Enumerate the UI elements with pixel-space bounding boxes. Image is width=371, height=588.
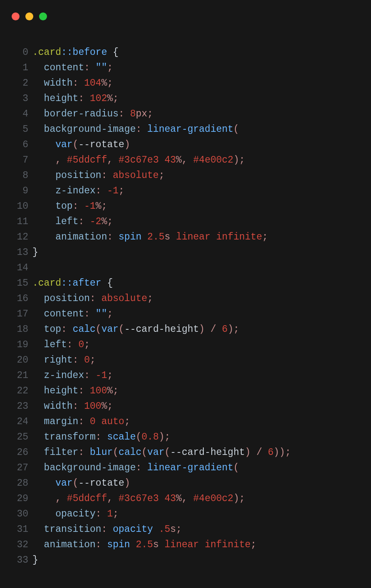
line-text: transition: opacity .5s;	[32, 522, 182, 537]
code-line: 28 var(--rotate)	[8, 476, 291, 491]
code-line: 29 , #5ddcff, #3c67e3 43%, #4e00c2);	[8, 491, 291, 506]
code-line: 23 width: 100%;	[8, 399, 291, 414]
editor-window: 0.card::before {1 content: "";2 width: 1…	[0, 0, 371, 588]
code-line: 22 height: 100%;	[8, 383, 291, 399]
code-line: 24 margin: 0 auto;	[8, 414, 291, 430]
line-number: 33	[8, 553, 32, 568]
line-text: , #5ddcff, #3c67e3 43%, #4e00c2);	[32, 153, 245, 168]
code-line: 14	[8, 260, 291, 276]
line-text: left: 0;	[32, 337, 90, 353]
code-line: 21 z-index: -1;	[8, 368, 291, 383]
line-number: 21	[8, 368, 32, 383]
line-text: background-image: linear-gradient(	[32, 122, 239, 137]
line-number: 28	[8, 476, 32, 491]
line-number: 17	[8, 306, 32, 322]
code-line: 16 position: absolute;	[8, 291, 291, 306]
line-text: content: "";	[32, 306, 113, 322]
code-line: 15.card::after {	[8, 276, 291, 291]
line-number: 23	[8, 399, 32, 414]
code-line: 8 position: absolute;	[8, 168, 291, 183]
code-line: 25 transform: scale(0.8);	[8, 430, 291, 445]
line-number: 13	[8, 245, 32, 260]
line-text: top: calc(var(--card-height) / 6);	[32, 322, 239, 337]
line-number: 15	[8, 276, 32, 291]
code-line: 2 width: 104%;	[8, 76, 291, 91]
code-line: 20 right: 0;	[8, 353, 291, 368]
code-line: 10 top: -1%;	[8, 199, 291, 214]
line-text: right: 0;	[32, 353, 96, 368]
line-number: 8	[8, 168, 32, 183]
line-text: transform: scale(0.8);	[32, 430, 170, 445]
line-number: 2	[8, 76, 32, 91]
line-text: z-index: -1;	[32, 368, 113, 383]
code-block: 0.card::before {1 content: "";2 width: 1…	[8, 45, 291, 568]
code-line: 9 z-index: -1;	[8, 183, 291, 199]
window-controls	[12, 12, 47, 20]
line-text: position: absolute;	[32, 291, 153, 306]
code-line: 1 content: "";	[8, 60, 291, 76]
line-text: animation: spin 2.5s linear infinite;	[32, 230, 268, 245]
code-line: 27 background-image: linear-gradient(	[8, 460, 291, 476]
line-number: 10	[8, 199, 32, 214]
line-text: }	[32, 245, 38, 260]
line-number: 25	[8, 430, 32, 445]
line-number: 26	[8, 445, 32, 460]
code-line: 6 var(--rotate)	[8, 137, 291, 153]
line-number: 9	[8, 183, 32, 199]
line-text: height: 102%;	[32, 91, 119, 106]
line-number: 19	[8, 337, 32, 353]
code-line: 32 animation: spin 2.5s linear infinite;	[8, 537, 291, 553]
line-text: , #5ddcff, #3c67e3 43%, #4e00c2);	[32, 491, 245, 506]
line-number: 20	[8, 353, 32, 368]
line-number: 14	[8, 260, 32, 276]
line-number: 27	[8, 460, 32, 476]
code-line: 5 background-image: linear-gradient(	[8, 122, 291, 137]
line-text: }	[32, 553, 38, 568]
code-line: 0.card::before {	[8, 45, 291, 60]
line-text: border-radius: 8px;	[32, 106, 153, 122]
code-line: 19 left: 0;	[8, 337, 291, 353]
close-icon[interactable]	[12, 12, 20, 20]
line-number: 29	[8, 491, 32, 506]
zoom-icon[interactable]	[39, 12, 47, 20]
line-number: 18	[8, 322, 32, 337]
line-text: background-image: linear-gradient(	[32, 460, 239, 476]
code-line: 7 , #5ddcff, #3c67e3 43%, #4e00c2);	[8, 153, 291, 168]
line-text: width: 100%;	[32, 399, 113, 414]
line-text: content: "";	[32, 60, 113, 76]
minimize-icon[interactable]	[25, 12, 33, 20]
line-text: z-index: -1;	[32, 183, 124, 199]
line-number: 6	[8, 137, 32, 153]
code-line: 18 top: calc(var(--card-height) / 6);	[8, 322, 291, 337]
line-number: 32	[8, 537, 32, 553]
line-text: width: 104%;	[32, 76, 113, 91]
line-text: opacity: 1;	[32, 506, 119, 522]
line-text: var(--rotate)	[32, 476, 130, 491]
line-number: 31	[8, 522, 32, 537]
line-text: filter: blur(calc(var(--card-height) / 6…	[32, 445, 291, 460]
line-number: 3	[8, 91, 32, 106]
line-number: 0	[8, 45, 32, 60]
line-text: height: 100%;	[32, 383, 119, 399]
line-text: position: absolute;	[32, 168, 164, 183]
line-text: top: -1%;	[32, 199, 107, 214]
line-text: left: -2%;	[32, 214, 113, 230]
line-number: 24	[8, 414, 32, 430]
line-text: .card::after {	[32, 276, 113, 291]
code-line: 17 content: "";	[8, 306, 291, 322]
line-text: var(--rotate)	[32, 137, 130, 153]
line-number: 5	[8, 122, 32, 137]
line-number: 22	[8, 383, 32, 399]
line-number: 1	[8, 60, 32, 76]
line-number: 16	[8, 291, 32, 306]
code-line: 33}	[8, 553, 291, 568]
line-text: margin: 0 auto;	[32, 414, 130, 430]
code-line: 26 filter: blur(calc(var(--card-height) …	[8, 445, 291, 460]
line-number: 4	[8, 106, 32, 122]
code-line: 13}	[8, 245, 291, 260]
line-text: .card::before {	[32, 45, 119, 60]
line-text: animation: spin 2.5s linear infinite;	[32, 537, 256, 553]
line-number: 12	[8, 230, 32, 245]
code-line: 11 left: -2%;	[8, 214, 291, 230]
line-number: 7	[8, 153, 32, 168]
